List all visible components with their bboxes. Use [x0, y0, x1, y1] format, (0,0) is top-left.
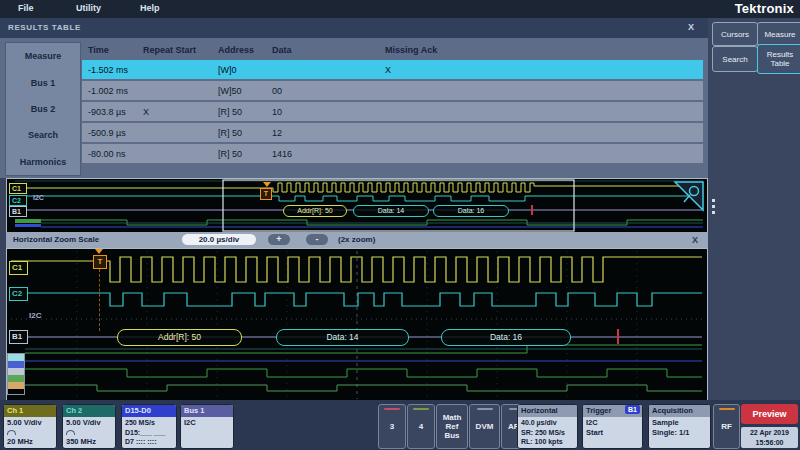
cell-address: [W]50 [218, 86, 272, 96]
decode-data-14: Data: 14 [276, 329, 409, 346]
dvm-label: DVM [476, 422, 494, 431]
bus-type-label: I2C [29, 311, 41, 320]
trigger-arrow-icon [95, 249, 103, 254]
decode-data-16: Data: 16 [441, 329, 571, 346]
waveform-menu-dots-icon[interactable] [710, 196, 716, 217]
results-tab-bus1[interactable]: Bus 1 [6, 78, 80, 88]
cell-data: 12 [272, 128, 385, 138]
waveform-zoom-view[interactable]: T C1 C2 B1 I2C Addr[R]: 50 Data: 14 Data… [6, 248, 708, 402]
bus1-label: Bus 1 [181, 405, 233, 417]
horizontal-panel[interactable]: Horizontal 40.0 µs/div SR: 250 MS/s RL: … [517, 404, 578, 449]
trigger-marker[interactable]: T [93, 255, 107, 269]
tektronix-logo: Tektronix [735, 1, 794, 16]
horizontal-zoom-bar: Horizontal Zoom Scale 20.0 µs/div + - (2… [6, 232, 708, 248]
menu-file[interactable]: File [18, 3, 34, 13]
ch2-badge[interactable]: Ch 2 5.00 V/div 350 MHz [62, 404, 116, 449]
cell-time: -1.502 ms [88, 65, 143, 75]
probe-icon [66, 430, 75, 435]
ch4-button[interactable]: 4 [407, 404, 435, 449]
trigger-panel[interactable]: Trigger B1 I2C Start [582, 404, 643, 449]
channel-tag-c1[interactable]: C1 [9, 183, 27, 194]
results-table-panel: RESULTS TABLE X Measure Bus 1 Bus 2 Sear… [0, 18, 708, 178]
oscilloscope-screen: File Utility Help Tektronix RESULTS TABL… [0, 0, 800, 450]
math-ref-bus-button[interactable]: Math Ref Bus [436, 404, 468, 449]
cell-time: -1.002 ms [88, 86, 143, 96]
ch2-bandwidth: 350 MHz [66, 437, 96, 446]
results-tab-bus2[interactable]: Bus 2 [6, 104, 80, 114]
zoom-in-button[interactable]: + [268, 234, 290, 245]
trigger-line [99, 269, 100, 331]
ch1-bandwidth: 20 MHz [7, 437, 33, 446]
col-time: Time [88, 45, 143, 55]
ch1-scale: 5.00 V/div [7, 418, 42, 427]
bus1-type: I2C [184, 418, 196, 427]
rf-label: RF [721, 422, 732, 431]
ch1-label: Ch 1 [4, 405, 56, 417]
bus-tag-b1[interactable]: B1 [9, 330, 28, 344]
menu-utility[interactable]: Utility [76, 3, 101, 13]
cell-data: 00 [272, 86, 385, 96]
channel-tag-c2[interactable]: C2 [9, 287, 28, 301]
rf-button[interactable]: RF [713, 404, 740, 449]
waveform-overview[interactable]: C1 C2 B1 I2C T Addr[R]: 50 Data: 14 Data… [6, 178, 708, 234]
acquisition-label: Acquisition [649, 405, 710, 417]
channel-tag-c2[interactable]: C2 [9, 195, 27, 206]
digital-badge[interactable]: D15-D0 250 MS/s D15:___ ___ D7 :::: :::: [121, 404, 177, 449]
menu-help[interactable]: Help [140, 3, 160, 13]
results-tab-measure[interactable]: Measure [6, 51, 80, 61]
cursors-button[interactable]: Cursors [712, 22, 758, 46]
table-row[interactable]: -1.002 ms [W]50 00 [82, 81, 703, 100]
results-title: RESULTS TABLE [8, 23, 81, 32]
digital-group-label[interactable] [7, 353, 25, 395]
search-button[interactable]: Search [712, 46, 758, 72]
zoom-bar-close-icon[interactable]: X [692, 235, 698, 245]
ch1-badge[interactable]: Ch 1 5.00 V/div 20 MHz [3, 404, 57, 449]
digital-rate: 250 MS/s [125, 419, 155, 426]
zoom-out-button[interactable]: - [306, 234, 328, 245]
zoom-scale-value[interactable]: 20.0 µs/div [182, 234, 256, 245]
cell-address: [R] 50 [218, 107, 272, 117]
bus-tag-b1[interactable]: B1 [9, 206, 27, 217]
digital-label: D15-D0 [122, 405, 176, 417]
digital-d15-states: D15:___ ___ [125, 429, 165, 436]
cell-time: -500.9 µs [88, 128, 143, 138]
horizontal-scale: 40.0 µs/div [521, 419, 557, 426]
preview-button[interactable]: Preview [741, 404, 798, 424]
zoom-traces [7, 249, 707, 401]
probe-icon [7, 430, 16, 435]
ch2-label: Ch 2 [63, 405, 115, 417]
bus1-badge[interactable]: Bus 1 I2C [180, 404, 234, 449]
cell-repeat: X [143, 107, 218, 117]
digital-d7-states: D7 :::: :::: [125, 438, 157, 445]
trigger-marker[interactable]: T [260, 188, 272, 200]
datetime-display: 22 Apr 2019 15:56:00 [741, 427, 798, 448]
col-address: Address [218, 45, 272, 55]
horizontal-label: Horizontal [518, 405, 577, 417]
cell-data: 10 [272, 107, 385, 117]
trigger-type: I2C [586, 418, 598, 427]
results-tabs: Measure Bus 1 Bus 2 Search Harmonics [5, 42, 81, 176]
results-close-icon[interactable]: X [688, 22, 694, 32]
results-tab-harmonics[interactable]: Harmonics [6, 157, 80, 167]
ch4-label: 4 [419, 422, 423, 431]
acquisition-status: Single: 1/1 [652, 428, 690, 437]
ch3-button[interactable]: 3 [378, 404, 406, 449]
trigger-arrow-icon [263, 182, 271, 187]
acquisition-panel[interactable]: Acquisition Sample Single: 1/1 [648, 404, 711, 449]
ch3-label: 3 [390, 422, 394, 431]
bottom-status-bar: Ch 1 5.00 V/div 20 MHz Ch 2 5.00 V/div 3… [0, 400, 800, 450]
col-missing-ack: Missing Ack [385, 45, 703, 55]
cell-time: -903.8 µs [88, 107, 143, 117]
dvm-button[interactable]: DVM [469, 404, 500, 449]
table-row[interactable]: -1.502 ms [W]0 X [82, 60, 703, 79]
measure-button[interactable]: Measure [757, 22, 800, 46]
results-tab-search[interactable]: Search [6, 130, 80, 140]
zoom-bar-label: Horizontal Zoom Scale [13, 235, 99, 244]
trigger-mode: Start [586, 428, 603, 437]
table-row[interactable]: -500.9 µs [R] 50 12 [82, 123, 703, 142]
channel-tag-c1[interactable]: C1 [9, 261, 28, 275]
table-row[interactable]: -80.00 ns [R] 50 1416 [82, 144, 703, 163]
sample-rate: SR: 250 MS/s [521, 429, 565, 436]
results-table-button[interactable]: Results Table [757, 44, 800, 74]
table-row[interactable]: -903.8 µs X [R] 50 10 [82, 102, 703, 121]
